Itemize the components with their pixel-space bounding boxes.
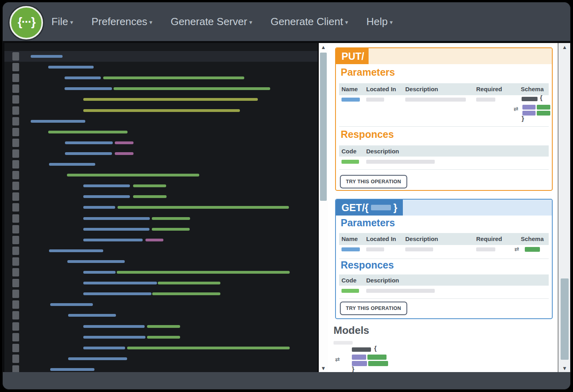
- redacted-code-token: [67, 174, 199, 176]
- redacted-code-token: [118, 206, 289, 209]
- code-line: [4, 321, 318, 332]
- redacted-code-token: [147, 336, 180, 339]
- code-line: [4, 170, 318, 180]
- redacted-code-token: [65, 152, 112, 155]
- swap-arrows-icon: ⇄: [514, 246, 519, 252]
- code-line: [4, 288, 318, 299]
- menu-bar: {···} File▾ Preferences▾ Generate Server…: [3, 2, 570, 41]
- code-line: [4, 51, 318, 62]
- menu-item-generate-server[interactable]: Generate Server▾: [171, 16, 252, 28]
- redacted-schema-type: [537, 105, 550, 110]
- swagger-logo-glyph: {···}: [18, 15, 35, 29]
- app-window: {···} File▾ Preferences▾ Generate Server…: [2, 2, 571, 390]
- menu-item-preferences[interactable]: Preferences▾: [91, 16, 152, 28]
- redacted-code-token: [145, 239, 163, 241]
- code-line: [4, 62, 318, 73]
- open-brace: {: [374, 345, 377, 352]
- redacted-code-token: [83, 184, 130, 187]
- menu-item-help[interactable]: Help▾: [367, 16, 393, 28]
- redacted-line-number: [12, 192, 19, 201]
- main-area: ▲ ▼ PUT/ Parameters Name Located In: [3, 41, 571, 373]
- code-line: [4, 310, 318, 321]
- scrollbar-thumb[interactable]: [320, 53, 327, 201]
- redacted-status-code: [341, 160, 359, 164]
- redacted-line-number: [12, 171, 19, 179]
- parameter-row: ⇄: [339, 245, 549, 257]
- code-line: [4, 180, 318, 191]
- redacted-line-number: [12, 344, 19, 352]
- scroll-up-button[interactable]: ▲: [319, 44, 328, 51]
- redacted-code-token: [133, 195, 167, 198]
- redacted-code-token: [83, 228, 149, 231]
- redacted-path-param: [371, 205, 391, 210]
- redacted-line-number: [12, 203, 19, 212]
- redacted-line-number: [12, 236, 19, 244]
- redacted-code-token: [103, 76, 244, 79]
- preview-scrollbar[interactable]: ▲ ▼: [558, 43, 571, 373]
- code-line: [4, 278, 318, 288]
- redacted-line-number: [12, 268, 19, 276]
- open-brace: {: [540, 94, 542, 102]
- status-bar: [3, 372, 570, 389]
- redacted-code-token: [114, 87, 270, 90]
- code-line: [4, 127, 318, 137]
- code-line: [4, 353, 318, 364]
- scroll-down-button[interactable]: ▼: [319, 365, 328, 372]
- redacted-code-token: [83, 271, 116, 274]
- redacted-schema-type: [367, 355, 387, 360]
- redacted-code-token: [68, 314, 116, 317]
- redacted-code-token: [65, 87, 112, 90]
- response-row: [339, 157, 549, 167]
- redacted-line-number: [12, 160, 19, 169]
- redacted-line-number: [12, 279, 19, 287]
- code-editor[interactable]: [4, 43, 318, 373]
- put-operation-panel: PUT/ Parameters Name Located In Descript…: [335, 47, 553, 191]
- responses-table-header: Code Description: [339, 145, 549, 157]
- redacted-code-token: [50, 368, 94, 371]
- redacted-line-number: [12, 182, 19, 190]
- redacted-line-number: [12, 257, 19, 266]
- redacted-code-token: [127, 347, 290, 349]
- redacted-code-token: [83, 239, 143, 241]
- redacted-line-number: [12, 52, 19, 61]
- get-method-tab: GET/{}: [336, 200, 403, 216]
- responses-heading: Responces: [341, 129, 394, 140]
- code-line: [4, 73, 318, 83]
- code-line: [4, 245, 318, 256]
- put-operation-header[interactable]: PUT/: [336, 48, 552, 64]
- scrollbar-thumb[interactable]: [561, 278, 569, 360]
- redacted-code-token: [83, 206, 115, 209]
- code-line: [4, 116, 318, 127]
- redacted-located-in: [366, 247, 384, 251]
- redacted-description: [405, 247, 433, 251]
- redacted-line-number: [12, 149, 19, 158]
- redacted-line-number: [12, 290, 19, 298]
- redacted-code-token: [49, 249, 103, 252]
- redacted-code-token: [83, 336, 145, 339]
- code-line: [4, 235, 318, 245]
- main-menu: File▾ Preferences▾ Generate Server▾ Gene…: [51, 2, 393, 41]
- redacted-line-number: [12, 333, 19, 341]
- swagger-preview-pane: PUT/ Parameters Name Located In Descript…: [328, 43, 558, 373]
- redacted-code-token: [65, 76, 101, 79]
- chevron-down-icon: ▾: [70, 19, 73, 25]
- redacted-schema-title: [352, 347, 371, 352]
- redacted-line-number: [12, 355, 19, 363]
- redacted-code-token: [83, 347, 125, 349]
- menu-item-file[interactable]: File▾: [51, 16, 73, 28]
- responses-heading: Responces: [341, 259, 394, 271]
- scroll-down-button[interactable]: ▼: [558, 365, 571, 372]
- parameters-heading: Parameters: [341, 67, 395, 78]
- response-row: [339, 286, 549, 296]
- editor-scrollbar[interactable]: ▲ ▼: [319, 43, 328, 373]
- parameters-table-header: Name Located In Description Required Sch…: [339, 83, 549, 95]
- screen: {···} File▾ Preferences▾ Generate Server…: [0, 0, 573, 392]
- scroll-up-button[interactable]: ▲: [558, 44, 571, 51]
- redacted-code-token: [115, 152, 133, 155]
- get-operation-header[interactable]: GET/{}: [336, 200, 552, 216]
- redacted-line-number: [12, 225, 19, 233]
- try-operation-button[interactable]: TRY THIS OPERATION: [340, 302, 407, 315]
- code-line: [4, 202, 318, 213]
- menu-item-generate-client[interactable]: Generate Client▾: [271, 16, 348, 28]
- try-operation-button[interactable]: TRY THIS OPERATION: [340, 175, 407, 188]
